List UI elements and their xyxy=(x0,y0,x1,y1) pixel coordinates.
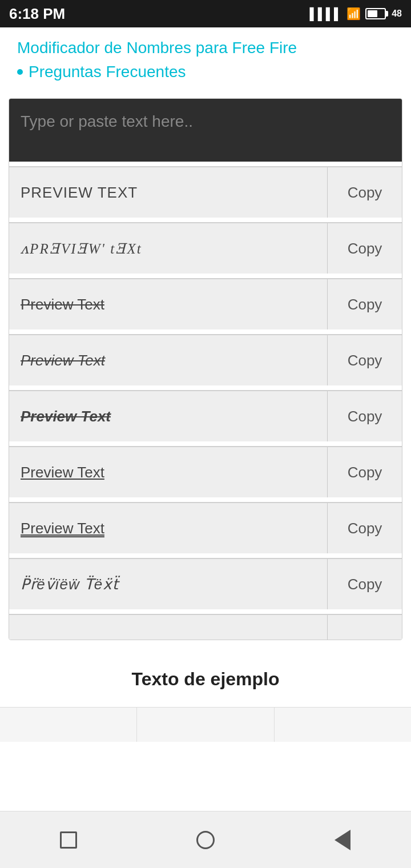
battery-level: 48 xyxy=(392,9,402,19)
copy-btn-caps[interactable]: Copy xyxy=(328,167,402,218)
row-gap-3 xyxy=(9,274,402,278)
bottom-section: Texto de ejemplo xyxy=(0,652,411,696)
style-preview-underline2: Preview Text xyxy=(9,503,328,553)
preview-text-strike1: Preview Text xyxy=(21,296,104,314)
copy-btn-dots[interactable]: Copy xyxy=(328,559,402,609)
battery-icon xyxy=(365,8,386,19)
style-preview-strike3: Preview Text xyxy=(9,391,328,441)
copy-label-flipped: Copy xyxy=(348,240,382,258)
preview-text-caps: PREVIEW TEXT xyxy=(21,184,138,202)
recent-apps-button[interactable] xyxy=(54,826,83,854)
style-row-dots: P̈r̈ëv̈ïëẅ T̈ëẍẗ Copy xyxy=(9,558,402,609)
copy-label-underline1: Copy xyxy=(348,464,382,481)
style-preview-caps: PREVIEW TEXT xyxy=(9,167,328,218)
preview-text-strike2: Preview Text xyxy=(21,352,105,369)
top-link[interactable]: Modificador de Nombres para Free Fire xyxy=(17,39,394,57)
style-preview-flipped: ᴧPRƎVIƎW' tƎXt xyxy=(9,223,328,274)
row-gap-8 xyxy=(9,553,402,558)
bottom-tabs xyxy=(0,707,411,742)
preview-text-underline2: Preview Text xyxy=(21,520,104,537)
style-preview-strike1: Preview Text xyxy=(9,279,328,329)
recent-apps-icon xyxy=(60,831,77,849)
bullet-link-container[interactable]: Preguntas Frecuentes xyxy=(17,63,394,81)
wifi-icon: 📶 xyxy=(346,7,361,21)
style-preview-strike2: Preview Text xyxy=(9,335,328,385)
copy-btn-strike2[interactable]: Copy xyxy=(328,335,402,385)
style-row-strike2: Preview Text Copy xyxy=(9,334,402,385)
copy-btn-partial[interactable] xyxy=(328,615,402,640)
status-icons: ▌▌▌▌ 📶 48 xyxy=(310,7,402,21)
style-row-strike3: Preview Text Copy xyxy=(9,390,402,441)
preview-text-dots: P̈r̈ëv̈ïëẅ T̈ëẍẗ xyxy=(21,576,119,593)
nav-bar xyxy=(0,811,411,868)
bullet-dot xyxy=(17,69,23,75)
bottom-tab-1[interactable] xyxy=(0,708,137,742)
copy-btn-strike3[interactable]: Copy xyxy=(328,391,402,441)
copy-label-strike3: Copy xyxy=(348,408,382,425)
style-row-strike1: Preview Text Copy xyxy=(9,278,402,329)
copy-label-strike2: Copy xyxy=(348,352,382,369)
header-area: Modificador de Nombres para Free Fire Pr… xyxy=(0,27,411,87)
style-row-partial xyxy=(9,614,402,640)
preview-text-flipped: ᴧPRƎVIƎW' tƎXt xyxy=(21,240,142,257)
nav-spacer xyxy=(0,742,411,799)
text-input-area[interactable]: Type or paste text here.. xyxy=(9,99,402,162)
example-label: Texto de ejemplo xyxy=(131,669,279,689)
preview-text-underline1: Preview Text xyxy=(21,464,104,481)
preview-text-strike3: Preview Text xyxy=(21,408,111,425)
style-row-caps: PREVIEW TEXT Copy xyxy=(9,166,402,218)
back-icon xyxy=(335,830,350,850)
bottom-tab-2[interactable] xyxy=(137,708,274,742)
row-gap-9 xyxy=(9,609,402,614)
row-gap-2 xyxy=(9,218,402,222)
row-gap-1 xyxy=(9,162,402,166)
signal-icon: ▌▌▌▌ xyxy=(310,7,342,21)
style-row-flipped: ᴧPRƎVIƎW' tƎXt Copy xyxy=(9,222,402,274)
copy-btn-strike1[interactable]: Copy xyxy=(328,279,402,329)
row-gap-4 xyxy=(9,329,402,334)
tool-container: Type or paste text here.. PREVIEW TEXT C… xyxy=(9,98,402,640)
style-row-underline2: Preview Text Copy xyxy=(9,502,402,553)
copy-label-dots: Copy xyxy=(348,576,382,593)
home-icon xyxy=(196,831,215,849)
home-button[interactable] xyxy=(191,826,220,854)
copy-btn-flipped[interactable]: Copy xyxy=(328,223,402,274)
input-placeholder: Type or paste text here.. xyxy=(21,112,193,130)
bottom-tab-3[interactable] xyxy=(275,708,411,742)
time: 6:18 PM xyxy=(9,5,65,23)
style-row-underline1: Preview Text Copy xyxy=(9,446,402,497)
row-gap-5 xyxy=(9,385,402,390)
copy-btn-underline2[interactable]: Copy xyxy=(328,503,402,553)
row-gap-6 xyxy=(9,441,402,446)
copy-label-strike1: Copy xyxy=(348,296,382,314)
copy-label-underline2: Copy xyxy=(348,520,382,537)
style-preview-dots: P̈r̈ëv̈ïëẅ T̈ëẍẗ xyxy=(9,559,328,609)
copy-label-caps: Copy xyxy=(348,184,382,202)
style-preview-partial xyxy=(9,615,328,640)
bullet-link[interactable]: Preguntas Frecuentes xyxy=(29,63,186,81)
row-gap-7 xyxy=(9,497,402,502)
status-bar: 6:18 PM ▌▌▌▌ 📶 48 xyxy=(0,0,411,27)
style-preview-underline1: Preview Text xyxy=(9,447,328,497)
copy-btn-underline1[interactable]: Copy xyxy=(328,447,402,497)
back-button[interactable] xyxy=(328,826,357,854)
